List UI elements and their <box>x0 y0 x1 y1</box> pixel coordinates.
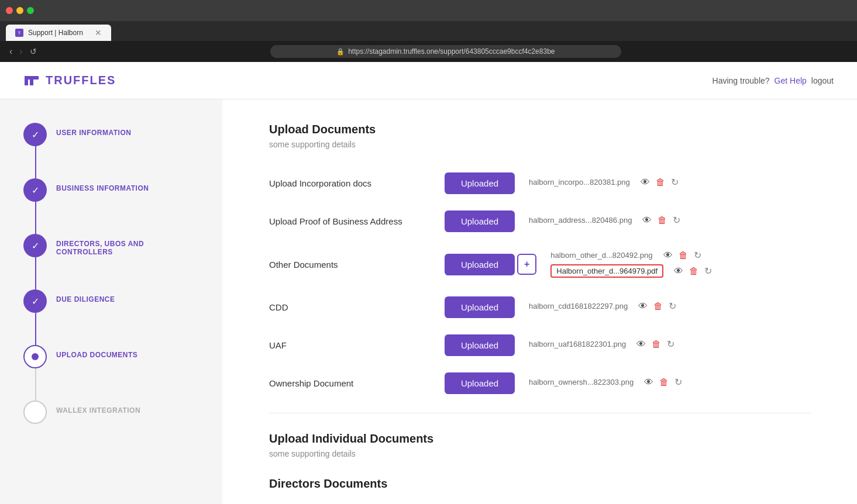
logo-icon <box>23 73 40 89</box>
tab-close[interactable]: ✕ <box>95 28 102 37</box>
svg-rect-2 <box>30 76 33 85</box>
add-other-doc-button[interactable]: + <box>517 254 536 275</box>
delete-button[interactable]: 🗑 <box>656 214 668 227</box>
doc-label-incorporation: Upload Incorporation docs <box>269 178 445 188</box>
uploaded-btn-group-address: Uploaded <box>445 210 515 232</box>
file-row: halborn_incorpo...820381.png 👁 🗑 ↻ <box>529 175 810 189</box>
step-wrapper-business-info: ✓ BUSINESS INFORMATION <box>23 178 199 234</box>
step-label-directors[interactable]: DIRECTORS, UBOS AND CONTROLLERS <box>56 234 199 256</box>
dot-close[interactable] <box>6 7 13 14</box>
check-icon-user-info: ✓ <box>32 129 39 140</box>
uploaded-button-address[interactable]: Uploaded <box>445 210 515 232</box>
file-name-other-2-highlighted: Halborn_other_d...964979.pdf <box>550 264 663 278</box>
back-button[interactable]: ‹ <box>9 46 12 57</box>
app-container: TRUFFLES Having trouble? Get Help logout… <box>0 62 857 504</box>
view-button[interactable]: 👁 <box>643 376 655 389</box>
url-text: https://stagadmin.truffles.one/support/6… <box>348 47 555 56</box>
logo-text: TRUFFLES <box>46 74 116 87</box>
doc-label-address: Upload Proof of Business Address <box>269 216 445 226</box>
get-help-link[interactable]: Get Help <box>775 76 807 85</box>
tab-favicon: T <box>15 29 23 37</box>
uploaded-button-cdd[interactable]: Uploaded <box>445 296 515 318</box>
individual-section-subtitle: some supporting details <box>269 449 810 458</box>
file-actions: 👁 🗑 ↻ <box>635 337 676 351</box>
file-actions: 👁 🗑 ↻ <box>643 375 683 389</box>
step-item-user-info: ✓ USER INFORMATION <box>23 123 199 146</box>
file-name-address: halborn_address...820486.png <box>529 216 632 225</box>
file-name-cdd: halborn_cdd1681822297.png <box>529 302 628 310</box>
refresh-button-2[interactable]: ↻ <box>703 264 713 278</box>
uploaded-button-ownership[interactable]: Uploaded <box>445 372 515 394</box>
check-icon-directors: ✓ <box>32 240 39 251</box>
files-col-incorporation: halborn_incorpo...820381.png 👁 🗑 ↻ <box>529 175 810 191</box>
address-bar: ‹ › ↺ 🔒 https://stagadmin.truffles.one/s… <box>0 41 857 62</box>
doc-label-ownership: Ownership Document <box>269 378 445 388</box>
active-dot <box>32 353 39 360</box>
refresh-button[interactable]: ↻ <box>693 248 703 262</box>
step-circle-due-diligence: ✓ <box>23 289 47 313</box>
view-button[interactable]: 👁 <box>639 176 651 189</box>
file-actions: 👁 🗑 ↻ <box>637 299 677 313</box>
files-col-other: halborn_other_d...820492.png 👁 🗑 ↻ Halbo… <box>550 248 810 280</box>
doc-row-ownership: Ownership Document Uploaded halborn_owne… <box>269 372 810 394</box>
connector-1 <box>35 146 36 178</box>
refresh-button[interactable]: ↻ <box>673 375 683 389</box>
view-button[interactable]: 👁 <box>635 338 647 351</box>
doc-row-uaf: UAF Uploaded halborn_uaf1681822301.png 👁… <box>269 334 810 356</box>
files-col-ownership: halborn_ownersh...822303.png 👁 🗑 ↻ <box>529 375 810 391</box>
step-circle-wallex <box>23 401 47 424</box>
files-col-address: halborn_address...820486.png 👁 🗑 ↻ <box>529 213 810 229</box>
forward-button[interactable]: › <box>19 46 22 57</box>
step-item-wallex: WALLEX INTEGRATION <box>23 401 199 424</box>
step-label-business-info[interactable]: BUSINESS INFORMATION <box>56 178 149 192</box>
directors-section-title: Directors Documents <box>269 477 810 491</box>
delete-button[interactable]: 🗑 <box>652 300 664 313</box>
delete-button[interactable]: 🗑 <box>655 176 666 189</box>
delete-button[interactable]: 🗑 <box>658 376 670 389</box>
view-button-2[interactable]: 👁 <box>673 265 684 278</box>
header-right: Having trouble? Get Help logout <box>713 76 834 85</box>
uploaded-btn-group-cdd: Uploaded <box>445 296 515 318</box>
refresh-button[interactable]: ↻ <box>670 175 680 189</box>
file-row-ownership: halborn_ownersh...822303.png 👁 🗑 ↻ <box>529 375 810 389</box>
browser-chrome <box>0 0 857 21</box>
uploaded-button-incorporation[interactable]: Uploaded <box>445 172 515 194</box>
view-button[interactable]: 👁 <box>641 214 653 227</box>
step-label-user-info[interactable]: USER INFORMATION <box>56 123 131 137</box>
delete-button[interactable]: 🗑 <box>677 249 689 262</box>
refresh-button[interactable]: ↻ <box>672 213 682 227</box>
refresh-button[interactable]: ↻ <box>666 337 676 351</box>
step-label-due-diligence[interactable]: DUE DILIGENCE <box>56 289 115 303</box>
connector-5 <box>35 368 36 401</box>
uploaded-button-other[interactable]: Uploaded <box>445 254 515 275</box>
logout-button[interactable]: logout <box>811 76 834 85</box>
doc-row-cdd: CDD Uploaded halborn_cdd1681822297.png 👁… <box>269 296 810 318</box>
address-input[interactable]: 🔒 https://stagadmin.truffles.one/support… <box>270 45 621 58</box>
step-item-due-diligence: ✓ DUE DILIGENCE <box>23 289 199 313</box>
file-row-other-1: halborn_other_d...820492.png 👁 🗑 ↻ <box>550 248 810 262</box>
section-subtitle: some supporting details <box>269 140 810 149</box>
check-icon-business-info: ✓ <box>32 185 39 196</box>
files-col-cdd: halborn_cdd1681822297.png 👁 🗑 ↻ <box>529 299 810 315</box>
content-area: Upload Documents some supporting details… <box>222 99 857 504</box>
delete-button-2[interactable]: 🗑 <box>688 265 700 278</box>
file-actions: 👁 🗑 ↻ <box>641 213 682 227</box>
dot-minimize[interactable] <box>16 7 23 14</box>
step-circle-upload-documents <box>23 345 47 368</box>
tab-bar: T Support | Halborn ✕ <box>0 21 857 41</box>
header: TRUFFLES Having trouble? Get Help logout <box>0 62 857 99</box>
step-label-wallex[interactable]: WALLEX INTEGRATION <box>56 401 140 415</box>
refresh-button[interactable]: ↺ <box>30 47 37 56</box>
uploaded-button-uaf[interactable]: Uploaded <box>445 334 515 356</box>
browser-tab[interactable]: T Support | Halborn ✕ <box>6 25 111 41</box>
dot-fullscreen[interactable] <box>27 7 34 14</box>
file-name-incorporation: halborn_incorpo...820381.png <box>529 178 630 187</box>
view-button[interactable]: 👁 <box>637 300 649 313</box>
view-button[interactable]: 👁 <box>662 249 674 262</box>
uploaded-btn-group-ownership: Uploaded <box>445 372 515 394</box>
delete-button[interactable]: 🗑 <box>651 338 662 351</box>
file-row-cdd: halborn_cdd1681822297.png 👁 🗑 ↻ <box>529 299 810 313</box>
file-actions: 👁 🗑 ↻ <box>662 248 703 262</box>
refresh-button[interactable]: ↻ <box>667 299 677 313</box>
step-label-upload-documents[interactable]: UPLOAD DOCUMENTS <box>56 345 137 359</box>
